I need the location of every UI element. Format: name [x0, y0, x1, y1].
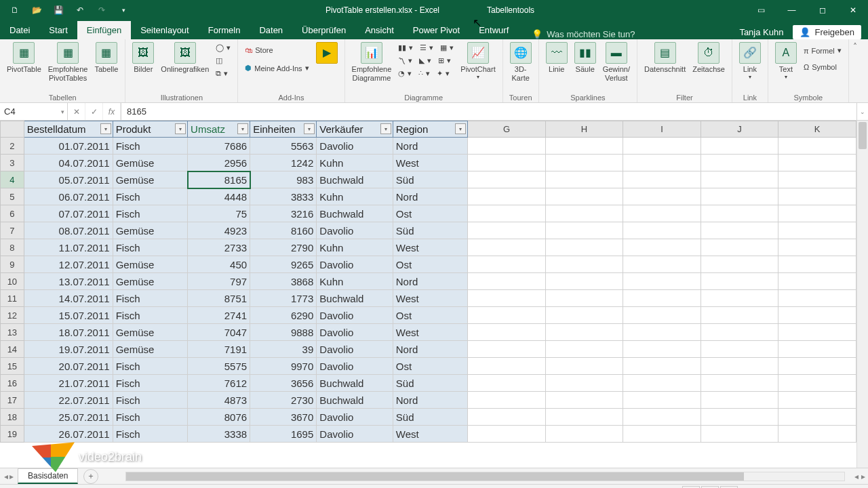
cell-E6[interactable]: Buchwald [317, 205, 393, 222]
smartart-button[interactable]: ◫ [213, 55, 233, 66]
pictures-button[interactable]: 🖼Bilder [130, 41, 157, 75]
cell-E13[interactable]: Davolio [317, 324, 393, 341]
cell-F5[interactable]: Nord [393, 188, 467, 205]
row-header-9[interactable]: 9 [1, 256, 24, 273]
cell-K13[interactable] [778, 324, 856, 341]
redo-icon[interactable]: ↷ [91, 1, 113, 20]
cell-F2[interactable]: Nord [393, 138, 467, 155]
cell-J19[interactable] [701, 426, 778, 443]
row-header-13[interactable]: 13 [1, 324, 24, 341]
cell-J6[interactable] [701, 205, 778, 222]
hscroll-left-icon[interactable]: ◂ [854, 472, 859, 481]
cell-J2[interactable] [701, 138, 778, 155]
cell-B12[interactable]: Fisch [113, 307, 187, 324]
column-header-I[interactable]: I [623, 121, 701, 138]
cell-G14[interactable] [468, 341, 546, 358]
cell-E2[interactable]: Davolio [317, 138, 393, 155]
column-header-J[interactable]: J [701, 121, 778, 138]
row-header-16[interactable]: 16 [1, 375, 24, 392]
shapes-button[interactable]: ◯▾ [213, 42, 233, 54]
cell-G15[interactable] [468, 358, 546, 375]
enter-formula-icon[interactable]: ✓ [85, 103, 103, 120]
filter-button-F[interactable]: ▾ [455, 123, 466, 134]
qat-customize-icon[interactable]: ▾ [113, 1, 134, 20]
cell-C15[interactable]: 5575 [188, 358, 250, 375]
cell-D19[interactable]: 1695 [250, 426, 317, 443]
cell-J17[interactable] [701, 392, 778, 409]
cell-D5[interactable]: 3833 [250, 188, 317, 205]
cell-D7[interactable]: 8160 [250, 222, 317, 239]
recommended-pivottables-button[interactable]: ▦Empfohlene PivotTables [45, 41, 91, 84]
cell-B8[interactable]: Fisch [113, 239, 187, 256]
cell-I2[interactable] [623, 138, 701, 155]
cell-D3[interactable]: 1242 [250, 155, 317, 171]
cell-D11[interactable]: 1773 [250, 290, 317, 307]
cell-K15[interactable] [778, 358, 856, 375]
cell-G2[interactable] [468, 138, 546, 155]
row-header-3[interactable]: 3 [1, 155, 24, 171]
cell-G11[interactable] [468, 290, 546, 307]
cell-I4[interactable] [623, 171, 701, 188]
cell-K8[interactable] [778, 239, 856, 256]
tab-daten[interactable]: Daten [250, 21, 292, 39]
row-header-12[interactable]: 12 [1, 307, 24, 324]
collapse-ribbon-icon[interactable]: ˄ [849, 39, 861, 102]
cell-D6[interactable]: 3216 [250, 205, 317, 222]
cell-B10[interactable]: Gemüse [113, 273, 187, 290]
row-header-4[interactable]: 4 [1, 171, 24, 188]
cell-J14[interactable] [701, 341, 778, 358]
cell-I6[interactable] [623, 205, 701, 222]
cell-H12[interactable] [545, 307, 623, 324]
cell-E19[interactable]: Davolio [317, 426, 393, 443]
row-header-14[interactable]: 14 [1, 341, 24, 358]
stock-chart-button[interactable]: ⊞▾ [435, 55, 454, 66]
cell-I13[interactable] [623, 324, 701, 341]
view-page-layout-button[interactable]: ▤ [701, 486, 719, 489]
cell-A16[interactable]: 21.07.2011 [24, 375, 113, 392]
cell-A4[interactable]: 05.07.2011 [24, 171, 113, 188]
row-header-6[interactable]: 6 [1, 205, 24, 222]
cell-J5[interactable] [701, 188, 778, 205]
pivotchart-button[interactable]: 📈PivotChart▾ [458, 41, 498, 82]
name-box[interactable]: C4 [0, 103, 68, 120]
minimize-icon[interactable]: — [776, 0, 807, 20]
cell-G17[interactable] [468, 392, 546, 409]
cell-H16[interactable] [545, 375, 623, 392]
cell-D17[interactable]: 2730 [250, 392, 317, 409]
cell-C12[interactable]: 2741 [188, 307, 250, 324]
textbox-button[interactable]: AText▾ [772, 41, 800, 82]
sparkline-line-button[interactable]: 〰Linie [543, 41, 570, 75]
cell-C6[interactable]: 75 [188, 205, 250, 222]
cell-C5[interactable]: 4448 [188, 188, 250, 205]
cell-J8[interactable] [701, 239, 778, 256]
column-header-F[interactable]: Region▾ [393, 121, 467, 138]
cell-F17[interactable]: Nord [393, 392, 467, 409]
filter-button-C[interactable]: ▾ [237, 123, 248, 134]
cell-I9[interactable] [623, 256, 701, 273]
cell-F6[interactable]: Ost [393, 205, 467, 222]
cell-J16[interactable] [701, 375, 778, 392]
cell-B15[interactable]: Fisch [113, 358, 187, 375]
cell-A18[interactable]: 25.07.2011 [24, 409, 113, 426]
cell-F15[interactable]: Ost [393, 358, 467, 375]
select-all-corner[interactable] [1, 121, 24, 138]
sheet-nav-first-icon[interactable]: ◂ [4, 472, 8, 481]
cell-I11[interactable] [623, 290, 701, 307]
cell-J11[interactable] [701, 290, 778, 307]
screenshot-button[interactable]: ⧉▾ [213, 68, 233, 79]
cell-H3[interactable] [545, 155, 623, 171]
open-file-icon[interactable]: 📂 [26, 1, 47, 20]
cell-B13[interactable]: Gemüse [113, 324, 187, 341]
filter-button-A[interactable]: ▾ [100, 123, 111, 134]
tab-entwurf[interactable]: Entwurf [469, 21, 518, 39]
cell-A2[interactable]: 01.07.2011 [24, 138, 113, 155]
cancel-formula-icon[interactable]: ✕ [68, 103, 85, 120]
tell-me-search[interactable]: 💡 [518, 29, 696, 39]
cell-I10[interactable] [623, 273, 701, 290]
tell-me-input[interactable] [547, 29, 696, 39]
cell-E8[interactable]: Kuhn [317, 239, 393, 256]
cell-G7[interactable] [468, 222, 546, 239]
ribbon-display-icon[interactable]: ▭ [746, 0, 776, 20]
cell-B19[interactable]: Fisch [113, 426, 187, 443]
column-header-B[interactable]: Produkt▾ [113, 121, 187, 138]
